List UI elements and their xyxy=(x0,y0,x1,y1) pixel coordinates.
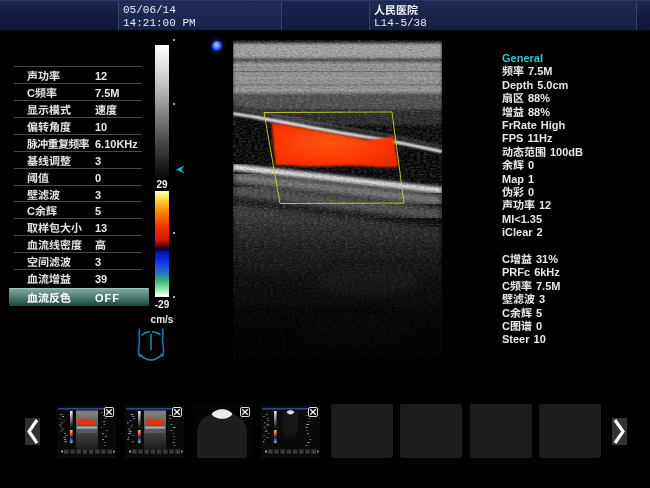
setting-value: 31% xyxy=(536,253,558,265)
param-row[interactable]: 壁滤波 3 xyxy=(14,185,142,202)
setting-row: C余辉5 xyxy=(502,307,650,320)
setting-label: PRFc xyxy=(502,266,530,278)
param-label: 声功率 xyxy=(27,70,60,82)
chevron-right-icon xyxy=(612,418,627,445)
settings-header: General xyxy=(502,52,650,65)
param-row[interactable]: 血流增益 39 xyxy=(14,269,142,286)
setting-value: 88% xyxy=(528,92,550,104)
setting-row: 动态范围100dB xyxy=(502,146,650,159)
color-settings-panel: C增益31% PRFc6kHz C频率7.5M 壁滤波3 C余辉5 C图谱0 S… xyxy=(502,253,650,347)
image-settings-panel: General 频率7.5M Depth5.0cm 扇区88% 增益88% Fr… xyxy=(502,52,650,239)
setting-label: 余辉 xyxy=(502,159,524,171)
scale-dot xyxy=(173,232,175,234)
thumbnail-3[interactable] xyxy=(193,406,252,458)
chevron-left-icon xyxy=(25,418,40,445)
setting-row: 壁滤波3 xyxy=(502,293,650,306)
setting-value: 88% xyxy=(528,106,550,118)
setting-value: 0 xyxy=(536,320,542,332)
setting-label: Steer xyxy=(502,333,530,345)
color-doppler-bar xyxy=(155,191,169,297)
topbar-separator xyxy=(369,2,370,30)
setting-label: FPS xyxy=(502,132,523,144)
param-row[interactable]: 血流线密度 高 xyxy=(14,235,142,252)
setting-row: MI<1.35 xyxy=(502,213,650,226)
setting-value: 3 xyxy=(539,293,545,305)
param-row[interactable]: 基线调整 3 xyxy=(14,151,142,168)
param-row[interactable]: C频率 7.5M xyxy=(14,83,142,100)
param-label: 壁滤波 xyxy=(27,189,60,201)
param-label: 显示模式 xyxy=(27,104,71,116)
param-value: 6.10KHz xyxy=(95,138,138,150)
setting-value: 2 xyxy=(537,226,543,238)
param-value: 高 xyxy=(95,239,106,251)
param-label: 血流线密度 xyxy=(27,239,82,251)
setting-row: 增益88% xyxy=(502,106,650,119)
setting-row: FPS11Hz xyxy=(502,132,650,145)
param-row[interactable]: 阈值 0 xyxy=(14,168,142,185)
setting-row: 伪彩0 xyxy=(502,186,650,199)
ultrasound-image[interactable] xyxy=(233,40,442,364)
setting-value: 0 xyxy=(528,159,534,171)
setting-value: 11Hz xyxy=(527,132,552,144)
param-row[interactable]: 血流反色 OFF xyxy=(9,288,149,306)
setting-value: 6kHz xyxy=(534,266,560,278)
hospital-name: 人民医院 xyxy=(374,3,636,17)
param-value: 3 xyxy=(95,155,101,167)
setting-row: C图谱0 xyxy=(502,320,650,333)
ultrasound-app-screen: 05/06/14 14:21:00 PM 人民医院 L14-5/38 声功率 1… xyxy=(0,0,650,488)
param-label: C余辉 xyxy=(27,205,57,217)
setting-row: 余辉0 xyxy=(502,159,650,172)
close-icon[interactable] xyxy=(240,407,250,417)
topbar-empty-cell xyxy=(282,2,369,30)
setting-value: 100dB xyxy=(550,146,583,158)
param-row[interactable]: 声功率 12 xyxy=(14,66,142,83)
setting-value: 0 xyxy=(528,186,534,198)
topbar-separator xyxy=(281,2,282,30)
param-row[interactable]: 显示模式 速度 xyxy=(14,100,142,117)
topbar-separator xyxy=(118,2,119,30)
param-row[interactable]: 脉冲重复频率 6.10KHz xyxy=(14,134,142,151)
thumbnail-slot-empty xyxy=(539,404,601,458)
setting-row: 扇区88% xyxy=(502,92,650,105)
thumbnail-2[interactable] xyxy=(125,406,184,458)
close-icon[interactable] xyxy=(104,407,114,417)
scroll-right-button[interactable] xyxy=(612,418,627,445)
param-row[interactable]: C余辉 5 xyxy=(14,201,142,218)
velocity-scale-max: 29 xyxy=(147,179,177,190)
probe-model: L14-5/38 xyxy=(374,17,636,30)
param-value: OFF xyxy=(95,292,120,304)
topbar-separator xyxy=(636,2,637,30)
setting-label: 动态范围 xyxy=(502,146,546,158)
thumbnail-1[interactable] xyxy=(57,406,116,458)
setting-value: 5 xyxy=(536,307,542,319)
param-value: 3 xyxy=(95,256,101,268)
thumbnail-4[interactable] xyxy=(261,406,320,458)
setting-value: 5.0cm xyxy=(537,79,568,91)
setting-row: 频率7.5M xyxy=(502,65,650,78)
param-row[interactable]: 取样包大小 13 xyxy=(14,218,142,235)
setting-row: FrRateHigh xyxy=(502,119,650,132)
close-icon[interactable] xyxy=(172,407,182,417)
param-row[interactable]: 空间滤波 3 xyxy=(14,252,142,269)
setting-label: C增益 xyxy=(502,253,532,265)
thumbnail-slot-empty xyxy=(400,404,462,458)
setting-row: C增益31% xyxy=(502,253,650,266)
hospital-cell: 人民医院 L14-5/38 xyxy=(370,2,636,30)
setting-label: MI<1.35 xyxy=(502,213,542,225)
velocity-unit: cm/s xyxy=(145,314,179,325)
setting-label: Map xyxy=(502,173,524,185)
setting-value: 10 xyxy=(534,333,546,345)
param-row[interactable]: 偏转角度 10 xyxy=(14,117,142,134)
setting-value: 12 xyxy=(539,199,551,211)
setting-label: 伪彩 xyxy=(502,186,524,198)
param-label: 空间滤波 xyxy=(27,256,71,268)
setting-label: iClear xyxy=(502,226,533,238)
param-value: 39 xyxy=(95,273,107,285)
scroll-left-button[interactable] xyxy=(25,418,40,445)
thumbnail-slot-empty xyxy=(470,404,532,458)
close-icon[interactable] xyxy=(308,407,318,417)
setting-label: C余辉 xyxy=(502,307,532,319)
scale-dot xyxy=(173,296,175,298)
param-value: 12 xyxy=(95,70,107,82)
setting-label: 扇区 xyxy=(502,92,524,104)
